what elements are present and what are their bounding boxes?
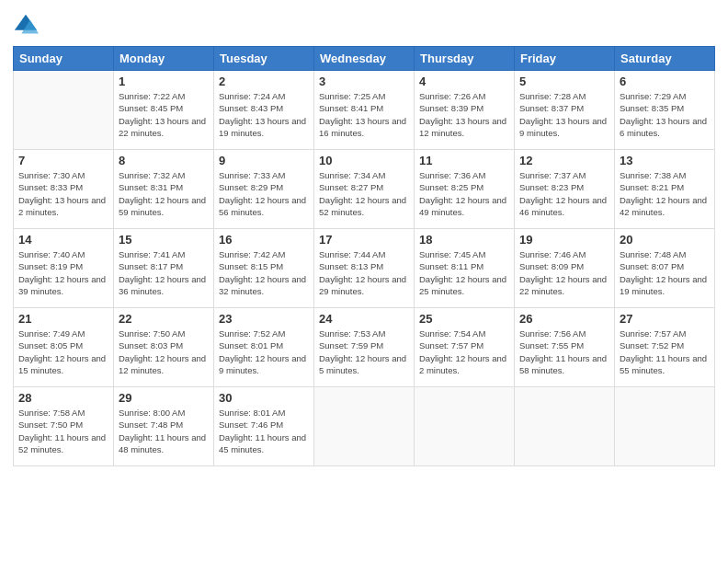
calendar-cell: 19Sunrise: 7:46 AMSunset: 8:09 PMDayligh…	[515, 229, 615, 308]
day-info: Sunrise: 7:29 AMSunset: 8:35 PMDaylight:…	[620, 90, 710, 139]
day-info: Sunrise: 7:56 AMSunset: 7:55 PMDaylight:…	[519, 327, 609, 376]
calendar-cell: 14Sunrise: 7:40 AMSunset: 8:19 PMDayligh…	[14, 229, 114, 308]
calendar-cell: 25Sunrise: 7:54 AMSunset: 7:57 PMDayligh…	[415, 308, 515, 387]
day-number: 21	[18, 312, 108, 326]
day-info: Sunrise: 7:40 AMSunset: 8:19 PMDaylight:…	[18, 248, 108, 297]
day-info: Sunrise: 7:25 AMSunset: 8:41 PMDaylight:…	[319, 90, 409, 139]
day-number: 29	[119, 391, 209, 405]
day-info: Sunrise: 7:58 AMSunset: 7:50 PMDaylight:…	[18, 407, 108, 455]
day-info: Sunrise: 7:36 AMSunset: 8:25 PMDaylight:…	[419, 169, 509, 218]
day-number: 16	[219, 233, 309, 247]
day-number: 18	[419, 233, 509, 247]
page: SundayMondayTuesdayWednesdayThursdayFrid…	[0, 0, 728, 563]
calendar-cell	[615, 387, 715, 466]
day-number: 1	[119, 75, 209, 88]
day-info: Sunrise: 7:53 AMSunset: 7:59 PMDaylight:…	[319, 327, 409, 376]
calendar-cell: 20Sunrise: 7:48 AMSunset: 8:07 PMDayligh…	[615, 229, 715, 308]
calendar-cell: 17Sunrise: 7:44 AMSunset: 8:13 PMDayligh…	[314, 229, 415, 308]
weekday-header-friday: Friday	[515, 47, 615, 71]
calendar-cell: 27Sunrise: 7:57 AMSunset: 7:52 PMDayligh…	[615, 308, 715, 387]
calendar-cell: 2Sunrise: 7:24 AMSunset: 8:43 PMDaylight…	[214, 71, 314, 150]
day-number: 13	[620, 154, 710, 167]
day-info: Sunrise: 7:54 AMSunset: 7:57 PMDaylight:…	[419, 327, 509, 376]
calendar-week-row: 14Sunrise: 7:40 AMSunset: 8:19 PMDayligh…	[14, 229, 715, 308]
day-number: 14	[18, 233, 108, 247]
calendar-cell: 26Sunrise: 7:56 AMSunset: 7:55 PMDayligh…	[515, 308, 615, 387]
day-info: Sunrise: 8:01 AMSunset: 7:46 PMDaylight:…	[219, 407, 309, 455]
weekday-header-thursday: Thursday	[415, 47, 515, 71]
calendar-cell: 7Sunrise: 7:30 AMSunset: 8:33 PMDaylight…	[14, 150, 114, 229]
calendar-week-row: 7Sunrise: 7:30 AMSunset: 8:33 PMDaylight…	[14, 150, 715, 229]
calendar-cell: 12Sunrise: 7:37 AMSunset: 8:23 PMDayligh…	[515, 150, 615, 229]
day-info: Sunrise: 7:41 AMSunset: 8:17 PMDaylight:…	[119, 248, 209, 297]
weekday-header-row: SundayMondayTuesdayWednesdayThursdayFrid…	[14, 47, 715, 71]
day-number: 24	[319, 312, 409, 326]
calendar-cell	[515, 387, 615, 466]
day-info: Sunrise: 7:28 AMSunset: 8:37 PMDaylight:…	[519, 90, 609, 139]
day-info: Sunrise: 7:50 AMSunset: 8:03 PMDaylight:…	[119, 327, 209, 376]
day-number: 2	[219, 75, 309, 88]
day-number: 17	[319, 233, 409, 247]
day-info: Sunrise: 7:49 AMSunset: 8:05 PMDaylight:…	[18, 327, 108, 376]
calendar-cell: 5Sunrise: 7:28 AMSunset: 8:37 PMDaylight…	[515, 71, 615, 150]
day-info: Sunrise: 7:57 AMSunset: 7:52 PMDaylight:…	[620, 327, 710, 376]
calendar-cell: 24Sunrise: 7:53 AMSunset: 7:59 PMDayligh…	[314, 308, 415, 387]
calendar-table: SundayMondayTuesdayWednesdayThursdayFrid…	[13, 46, 715, 466]
weekday-header-saturday: Saturday	[615, 47, 715, 71]
day-info: Sunrise: 7:33 AMSunset: 8:29 PMDaylight:…	[219, 169, 309, 218]
day-number: 12	[519, 154, 609, 167]
day-info: Sunrise: 8:00 AMSunset: 7:48 PMDaylight:…	[119, 407, 209, 455]
calendar-week-row: 1Sunrise: 7:22 AMSunset: 8:45 PMDaylight…	[14, 71, 715, 150]
calendar-cell: 1Sunrise: 7:22 AMSunset: 8:45 PMDaylight…	[114, 71, 214, 150]
day-number: 20	[620, 233, 710, 247]
day-info: Sunrise: 7:26 AMSunset: 8:39 PMDaylight:…	[419, 90, 509, 139]
day-number: 23	[219, 312, 309, 326]
day-info: Sunrise: 7:45 AMSunset: 8:11 PMDaylight:…	[419, 248, 509, 297]
calendar-cell: 11Sunrise: 7:36 AMSunset: 8:25 PMDayligh…	[415, 150, 515, 229]
day-info: Sunrise: 7:48 AMSunset: 8:07 PMDaylight:…	[620, 248, 710, 297]
day-number: 3	[319, 75, 409, 88]
calendar-cell: 8Sunrise: 7:32 AMSunset: 8:31 PMDaylight…	[114, 150, 214, 229]
calendar-cell: 15Sunrise: 7:41 AMSunset: 8:17 PMDayligh…	[114, 229, 214, 308]
day-number: 22	[119, 312, 209, 326]
calendar-cell	[415, 387, 515, 466]
day-info: Sunrise: 7:24 AMSunset: 8:43 PMDaylight:…	[219, 90, 309, 139]
day-number: 9	[219, 154, 309, 167]
day-number: 30	[219, 391, 309, 405]
calendar-cell: 13Sunrise: 7:38 AMSunset: 8:21 PMDayligh…	[615, 150, 715, 229]
calendar-cell: 22Sunrise: 7:50 AMSunset: 8:03 PMDayligh…	[114, 308, 214, 387]
day-number: 11	[419, 154, 509, 167]
logo	[13, 13, 40, 39]
calendar-cell: 29Sunrise: 8:00 AMSunset: 7:48 PMDayligh…	[114, 387, 214, 466]
day-info: Sunrise: 7:52 AMSunset: 8:01 PMDaylight:…	[219, 327, 309, 376]
calendar-cell: 9Sunrise: 7:33 AMSunset: 8:29 PMDaylight…	[214, 150, 314, 229]
logo-icon	[13, 13, 39, 39]
day-number: 28	[18, 391, 108, 405]
day-number: 8	[119, 154, 209, 167]
day-number: 25	[419, 312, 509, 326]
day-number: 6	[620, 75, 710, 88]
day-number: 4	[419, 75, 509, 88]
calendar-cell: 23Sunrise: 7:52 AMSunset: 8:01 PMDayligh…	[214, 308, 314, 387]
day-info: Sunrise: 7:44 AMSunset: 8:13 PMDaylight:…	[319, 248, 409, 297]
calendar-cell	[14, 71, 114, 150]
calendar-cell: 3Sunrise: 7:25 AMSunset: 8:41 PMDaylight…	[314, 71, 415, 150]
weekday-header-monday: Monday	[114, 47, 214, 71]
day-info: Sunrise: 7:30 AMSunset: 8:33 PMDaylight:…	[18, 169, 108, 218]
calendar-week-row: 28Sunrise: 7:58 AMSunset: 7:50 PMDayligh…	[14, 387, 715, 466]
day-info: Sunrise: 7:46 AMSunset: 8:09 PMDaylight:…	[519, 248, 609, 297]
calendar-cell: 10Sunrise: 7:34 AMSunset: 8:27 PMDayligh…	[314, 150, 415, 229]
day-info: Sunrise: 7:22 AMSunset: 8:45 PMDaylight:…	[119, 90, 209, 139]
calendar-week-row: 21Sunrise: 7:49 AMSunset: 8:05 PMDayligh…	[14, 308, 715, 387]
day-info: Sunrise: 7:37 AMSunset: 8:23 PMDaylight:…	[519, 169, 609, 218]
day-info: Sunrise: 7:42 AMSunset: 8:15 PMDaylight:…	[219, 248, 309, 297]
day-number: 27	[620, 312, 710, 326]
calendar-cell: 21Sunrise: 7:49 AMSunset: 8:05 PMDayligh…	[14, 308, 114, 387]
day-number: 5	[519, 75, 609, 88]
day-info: Sunrise: 7:38 AMSunset: 8:21 PMDaylight:…	[620, 169, 710, 218]
day-number: 15	[119, 233, 209, 247]
calendar-cell: 6Sunrise: 7:29 AMSunset: 8:35 PMDaylight…	[615, 71, 715, 150]
day-number: 19	[519, 233, 609, 247]
weekday-header-tuesday: Tuesday	[214, 47, 314, 71]
header	[13, 9, 715, 39]
